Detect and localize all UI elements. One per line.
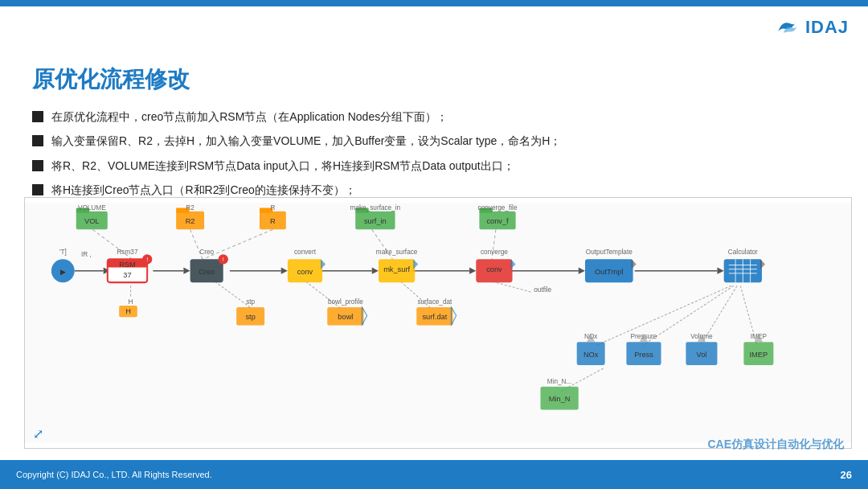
svg-text:Min_N: Min_N — [549, 395, 571, 403]
svg-text:'T]: 'T] — [59, 249, 67, 256]
svg-text:VOL: VOL — [84, 217, 100, 225]
svg-text:outfile: outfile — [534, 286, 551, 294]
svg-text:make_surface: make_surface — [376, 249, 418, 256]
bullet-icon-1 — [32, 111, 43, 122]
svg-text:surf_in: surf_in — [364, 217, 387, 225]
svg-text:make_surface_in: make_surface_in — [350, 204, 401, 212]
svg-text:surf.dat: surf.dat — [422, 313, 447, 321]
svg-text:R2: R2 — [186, 217, 195, 225]
logo-area: IDAJ — [775, 17, 849, 38]
logo-bird-icon — [775, 18, 800, 37]
svg-text:▶: ▶ — [60, 268, 66, 276]
svg-text:!: ! — [146, 256, 148, 263]
svg-text:RSM: RSM — [119, 261, 136, 269]
svg-text:surface_dat: surface_dat — [417, 298, 452, 306]
svg-text:37: 37 — [123, 271, 131, 279]
bullet-text-1: 在原优化流程中，creo节点前加入RSM节点（在Application Node… — [51, 108, 448, 125]
copyright-text: Copyright (C) IDAJ Co., LTD. All Rights … — [16, 470, 212, 479]
bullet-item-3: 将R、R2、VOLUME连接到RSM节点Data input入口，将H连接到RS… — [32, 157, 836, 175]
bullet-icon-4 — [32, 184, 43, 195]
svg-text:OutTmpl: OutTmpl — [595, 268, 623, 276]
svg-text:stp: stp — [246, 298, 255, 306]
svg-text:!: ! — [223, 256, 224, 263]
logo-text: IDAJ — [805, 17, 849, 38]
svg-text:Creo: Creo — [199, 268, 215, 276]
svg-text:converge: converge — [481, 249, 508, 256]
svg-text:R2: R2 — [186, 204, 194, 212]
svg-text:Calculator: Calculator — [728, 249, 758, 256]
svg-text:Creo: Creo — [199, 249, 214, 256]
svg-text:converge_file: converge_file — [478, 204, 518, 212]
svg-text:Press: Press — [634, 351, 653, 359]
diagram-expand-icon[interactable]: ⤢ — [33, 426, 43, 442]
bottom-bar: Copyright (C) IDAJ Co., LTD. All Rights … — [0, 460, 868, 489]
bullet-text-3: 将R、R2、VOLUME连接到RSM节点Data input入口，将H连接到RS… — [51, 157, 514, 175]
svg-text:stp: stp — [245, 313, 255, 321]
svg-text:H: H — [125, 307, 131, 315]
bullet-item-2: 输入变量保留R、R2，去掉H，加入输入变量VOLUME，加入Buffer变量，设… — [32, 132, 836, 150]
svg-text:Min_N...: Min_N... — [547, 378, 572, 385]
svg-text:conv: conv — [486, 265, 502, 273]
svg-text:bowl: bowl — [338, 313, 353, 321]
svg-text:VOLUME: VOLUME — [78, 204, 106, 212]
header: IDAJ — [0, 6, 868, 48]
svg-text:conv_f: conv_f — [486, 217, 509, 225]
slide-title: 原优化流程修改 — [32, 64, 836, 95]
svg-text:IR ,: IR , — [81, 251, 92, 258]
svg-text:convert: convert — [294, 249, 317, 256]
top-bar — [0, 0, 868, 6]
bullet-text-2: 输入变量保留R、R2，去掉H，加入输入变量VOLUME，加入Buffer变量，设… — [51, 132, 561, 150]
bullet-list: 在原优化流程中，creo节点前加入RSM节点（在Application Node… — [32, 108, 836, 199]
page-number: 26 — [841, 469, 852, 481]
svg-text:Rsm37: Rsm37 — [117, 249, 137, 256]
diagram-svg: VOL VOLUME R2 R2 R R surf_in make_surfac… — [25, 198, 851, 448]
bullet-icon-3 — [32, 160, 43, 171]
svg-text:OutputTemplate: OutputTemplate — [586, 249, 633, 256]
svg-text:NOx: NOx — [583, 351, 599, 359]
watermark-text: CAE仿真设计自动化与优化 — [707, 438, 844, 452]
svg-text:IMEP: IMEP — [750, 351, 768, 359]
svg-text:R: R — [270, 217, 276, 225]
svg-text:R: R — [270, 204, 275, 212]
svg-text:bowl_profile: bowl_profile — [328, 298, 363, 306]
diagram-area: VOL VOLUME R2 R2 R R surf_in make_surfac… — [24, 197, 852, 449]
bullet-icon-2 — [32, 135, 43, 146]
svg-text:mk_surf: mk_surf — [383, 265, 410, 273]
svg-text:conv: conv — [297, 268, 313, 276]
svg-text:Vol: Vol — [697, 351, 707, 359]
svg-text:H: H — [129, 298, 133, 306]
bullet-item-1: 在原优化流程中，creo节点前加入RSM节点（在Application Node… — [32, 108, 836, 125]
